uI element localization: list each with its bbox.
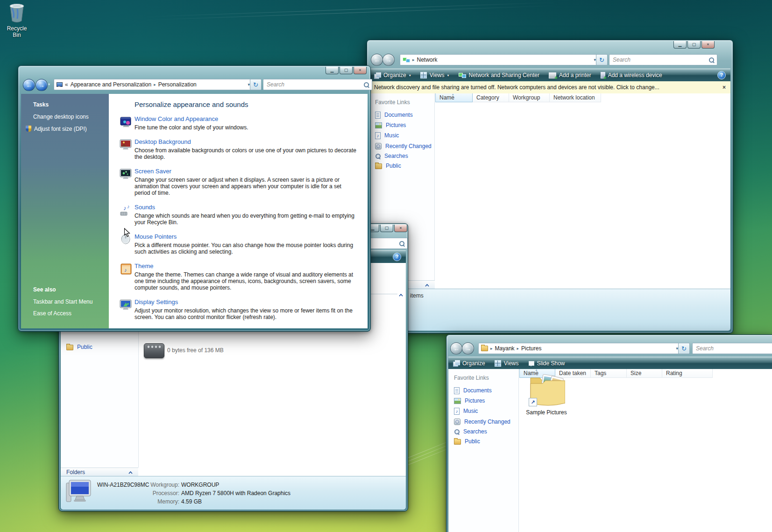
forward-button[interactable]: →	[462, 342, 474, 355]
item-link[interactable]: Sounds	[135, 204, 357, 211]
address-bar[interactable]: ▸ Mayank ▸ Pictures ▾	[478, 343, 681, 354]
item-link[interactable]: Theme	[135, 262, 357, 270]
see-also-ease-of-access[interactable]: Ease of Access	[33, 310, 104, 317]
network-notification-bar[interactable]: Network discovery and file sharing are t…	[369, 81, 730, 94]
nav-link-documents[interactable]: Documents	[375, 112, 434, 119]
column-rating[interactable]: Rating	[662, 369, 713, 378]
column-tags[interactable]: Tags	[591, 369, 627, 378]
column-category[interactable]: Category	[473, 93, 509, 102]
breadcrumb-appearance[interactable]: Appearance and Personalization	[71, 81, 151, 88]
nav-link-documents[interactable]: Documents	[454, 387, 518, 394]
chevron-up-icon[interactable]	[425, 282, 429, 288]
computer-folders-band[interactable]: Folders	[61, 468, 138, 476]
wallpaper-streak	[140, 2, 560, 23]
nav-link-searches[interactable]: Searches	[375, 153, 434, 159]
list-item-window-color[interactable]: Window Color and Appearance Fine tune th…	[120, 115, 357, 131]
chevron-up-icon[interactable]	[128, 469, 133, 475]
breadcrumb-personalization[interactable]: Personalization	[158, 81, 197, 88]
recycle-bin-desktop-icon[interactable]: Recycle Bin	[4, 2, 30, 38]
list-item-sounds[interactable]: ♪♪ Sounds Change which sounds are heard …	[120, 204, 357, 226]
svg-text:♪: ♪	[123, 205, 127, 212]
address-bar[interactable]: « Appearance and Personalization ▸ Perso…	[54, 79, 253, 90]
organize-button[interactable]: Organize▾	[369, 69, 416, 82]
add-wireless-device-button[interactable]: Add a wireless device	[596, 69, 667, 82]
sounds-icon: ♪♪	[120, 204, 133, 217]
task-adjust-font-size[interactable]: Adjust font size (DPI)	[25, 125, 104, 132]
chevron-down-icon[interactable]: ▾	[48, 82, 50, 86]
help-button[interactable]: ?	[713, 69, 730, 82]
views-button[interactable]: Views	[490, 357, 524, 369]
nav-link-pictures[interactable]: Pictures	[375, 122, 434, 128]
close-button[interactable]: ×	[701, 41, 715, 49]
search-icon[interactable]	[363, 82, 369, 88]
sample-pictures-label[interactable]: Sample Pictures	[526, 409, 567, 416]
breadcrumb-network[interactable]: Network	[417, 57, 438, 63]
maximize-button[interactable]: ▢	[340, 67, 353, 74]
task-change-desktop-icons[interactable]: Change desktop icons	[33, 113, 104, 120]
refresh-button[interactable]: ↻	[250, 79, 262, 90]
search-box[interactable]	[692, 343, 772, 354]
nav-link-public[interactable]: Public	[454, 439, 518, 445]
see-also-taskbar-start-menu[interactable]: Taskbar and Start Menu	[33, 298, 104, 305]
list-item-desktop-background[interactable]: Desktop Background Choose from available…	[120, 138, 357, 160]
back-button[interactable]: ←	[371, 54, 383, 66]
search-input[interactable]	[695, 345, 772, 352]
breadcrumb-pictures[interactable]: Pictures	[521, 345, 541, 352]
maximize-button[interactable]: ▢	[687, 41, 701, 49]
organize-button[interactable]: Organize	[448, 357, 490, 369]
nav-link-music[interactable]: ♪Music	[375, 132, 434, 139]
item-link[interactable]: Screen Saver	[135, 168, 357, 175]
list-item-screen-saver[interactable]: Screen Saver Change your screen saver or…	[120, 168, 357, 196]
item-link[interactable]: Window Color and Appearance	[135, 115, 357, 123]
forward-button[interactable]: →	[382, 54, 395, 66]
nav-link-music[interactable]: ♪Music	[454, 408, 518, 415]
nav-link-recently-changed[interactable]: Recently Changed	[375, 143, 434, 149]
favorite-links-header: Favorite Links	[375, 99, 434, 106]
nav-link-public[interactable]: Public	[66, 344, 92, 350]
search-box[interactable]	[263, 79, 372, 90]
refresh-button[interactable]: ↻	[678, 343, 690, 354]
forward-button[interactable]: →	[35, 79, 48, 91]
slide-show-button[interactable]: Slide Show	[524, 357, 570, 369]
address-bar[interactable]: ▸ Network ▾	[400, 54, 599, 65]
item-link[interactable]: Display Settings	[135, 298, 357, 306]
list-item-display-settings[interactable]: Display Settings Adjust your monitor res…	[120, 298, 357, 320]
search-input[interactable]	[266, 81, 363, 88]
item-link[interactable]: Mouse Pointers	[135, 233, 357, 241]
nav-link-recently-changed[interactable]: Recently Changed	[454, 419, 518, 425]
close-button[interactable]: ×	[394, 225, 407, 232]
refresh-button[interactable]: ↻	[596, 54, 608, 65]
search-input[interactable]	[612, 56, 708, 64]
maximize-button[interactable]: ▢	[380, 225, 393, 232]
breadcrumb-mayank[interactable]: Mayank	[495, 345, 515, 352]
search-icon[interactable]	[399, 241, 405, 247]
back-button[interactable]: ←	[450, 342, 462, 355]
item-link[interactable]: Desktop Background	[135, 138, 357, 146]
nav-link-pictures[interactable]: Pictures	[454, 398, 518, 404]
back-button[interactable]: ←	[23, 79, 35, 91]
column-workgroup[interactable]: Workgroup	[509, 93, 550, 102]
column-network-location[interactable]: Network location	[550, 93, 601, 102]
minimize-button[interactable]: ▁	[673, 41, 687, 49]
search-box[interactable]	[609, 54, 717, 65]
close-button[interactable]: ×	[354, 67, 367, 74]
views-button[interactable]: Views▾	[416, 69, 454, 82]
minimize-button[interactable]: ▁	[326, 67, 339, 74]
chevron-up-icon[interactable]	[399, 291, 403, 298]
list-item-theme[interactable]: ♪ Theme Change the theme. Themes can cha…	[120, 262, 357, 291]
wireless-device-icon	[601, 72, 605, 78]
close-notification-icon[interactable]: ×	[722, 84, 726, 91]
search-icon[interactable]	[708, 57, 715, 63]
column-name[interactable]: ▴Name	[435, 93, 473, 102]
help-button[interactable]: ?	[388, 250, 406, 263]
list-item-mouse-pointers[interactable]: Mouse Pointers Pick a different mouse po…	[120, 233, 357, 255]
sample-pictures-item[interactable]: ↗ Sample Pictures	[526, 371, 567, 416]
column-size[interactable]: Size	[627, 369, 662, 378]
breadcrumb-overflow[interactable]: «	[65, 81, 68, 88]
add-printer-button[interactable]: Add a printer	[544, 69, 596, 82]
drive-icon[interactable]	[144, 343, 164, 358]
network-sharing-center-button[interactable]: Network and Sharing Center	[454, 69, 544, 82]
nav-link-public[interactable]: Public	[375, 163, 434, 169]
notification-text[interactable]: Network discovery and file sharing are t…	[374, 84, 659, 91]
nav-link-searches[interactable]: Searches	[454, 429, 518, 435]
